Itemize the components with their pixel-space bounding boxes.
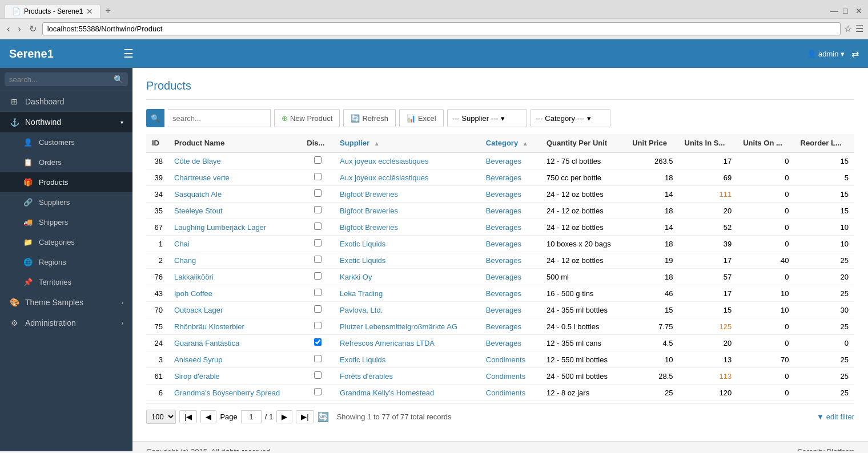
toolbar-search-input[interactable] <box>168 109 271 127</box>
discontinued-checkbox[interactable] <box>314 239 322 246</box>
discontinued-checkbox[interactable] <box>314 338 322 346</box>
back-button[interactable]: ‹ <box>5 23 12 35</box>
cell-units-in: 20 <box>679 335 738 351</box>
category-filter[interactable]: --- Category --- ▾ <box>531 109 610 127</box>
star-icon[interactable]: ☆ <box>844 23 852 34</box>
sidebar-item-dashboard[interactable]: ⊞ Dashboard <box>0 91 132 112</box>
close-button[interactable]: ✕ <box>855 7 863 15</box>
sidebar-item-regions[interactable]: 🌐 Regions <box>0 252 132 272</box>
cell-supplier: Exotic Liquids <box>334 351 480 368</box>
col-reorder-level[interactable]: Reorder L... <box>795 134 854 152</box>
cell-supplier: Forêts d'érables <box>334 368 480 385</box>
sidebar-item-northwind[interactable]: ⚓ Northwind ▾ <box>0 112 132 132</box>
cell-units-on: 10 <box>737 302 794 318</box>
cell-discontinued <box>301 318 334 335</box>
minimize-button[interactable]: — <box>830 7 838 15</box>
col-id[interactable]: ID <box>146 134 168 152</box>
sidebar-search-icon: 🔍 <box>114 75 123 84</box>
sidebar-search-box[interactable]: 🔍 <box>5 72 128 86</box>
supplier-filter[interactable]: --- Supplier --- ▾ <box>447 109 527 127</box>
cell-qty: 10 boxes x 20 bags <box>541 236 626 252</box>
discontinued-checkbox[interactable] <box>314 256 322 263</box>
cell-name: Steeleye Stout <box>168 203 301 219</box>
tab-close-button[interactable]: ✕ <box>86 7 93 16</box>
col-units-on-order[interactable]: Units On ... <box>737 134 794 152</box>
sidebar-item-categories[interactable]: 📁 Categories <box>0 232 132 252</box>
discontinued-checkbox[interactable] <box>314 289 322 296</box>
sidebar-item-products[interactable]: 🎁 Products <box>0 172 132 192</box>
cell-supplier: Leka Trading <box>334 285 480 302</box>
sidebar-item-territories[interactable]: 📌 Territories <box>0 272 132 292</box>
discontinued-checkbox[interactable] <box>314 223 322 230</box>
prev-page-button[interactable]: ◀ <box>200 410 216 423</box>
sidebar-item-customers[interactable]: 👤 Customers <box>0 132 132 152</box>
cell-discontinued <box>301 186 334 203</box>
discontinued-checkbox[interactable] <box>314 173 322 180</box>
last-page-button[interactable]: ▶| <box>296 410 314 423</box>
discontinued-checkbox[interactable] <box>314 189 322 197</box>
hamburger-icon[interactable]: ☰ <box>123 47 134 60</box>
col-quantity-per-unit[interactable]: Quantity Per Unit <box>541 134 626 152</box>
sidebar-item-theme-samples[interactable]: 🎨 Theme Samples › <box>0 292 132 313</box>
cell-discontinued <box>301 152 334 169</box>
col-product-name[interactable]: Product Name <box>168 134 301 152</box>
cell-qty: 24 - 0.5 l bottles <box>541 318 626 335</box>
edit-filter-button[interactable]: ▼ edit filter <box>817 412 854 421</box>
address-bar[interactable] <box>42 22 841 35</box>
cell-id: 75 <box>146 318 168 335</box>
cell-reorder: 5 <box>795 169 854 186</box>
maximize-button[interactable]: □ <box>843 7 851 15</box>
share-icon[interactable]: ⇄ <box>851 48 859 59</box>
sidebar-search-input[interactable] <box>9 75 114 84</box>
discontinued-checkbox[interactable] <box>314 206 322 213</box>
app-logo: Serene1 <box>9 47 123 60</box>
col-units-in-stock[interactable]: Units In S... <box>679 134 738 152</box>
page-number-input[interactable] <box>241 410 262 423</box>
discontinued-checkbox[interactable] <box>314 322 322 329</box>
cell-name: Chai <box>168 236 301 252</box>
cell-supplier: Aux joyeux ecclésiastiques <box>334 169 480 186</box>
page-size-select[interactable]: 100 25 50 250 <box>146 410 176 424</box>
col-unit-price[interactable]: Unit Price <box>626 134 678 152</box>
col-supplier[interactable]: Supplier ▲ <box>334 134 480 152</box>
cell-discontinued <box>301 368 334 385</box>
discontinued-checkbox[interactable] <box>314 355 322 362</box>
sidebar-item-shippers[interactable]: 🚚 Shippers <box>0 212 132 232</box>
excel-button[interactable]: 📊 Excel <box>399 109 444 127</box>
cell-reorder: 10 <box>795 219 854 236</box>
col-discontinued[interactable]: Dis... <box>301 134 334 152</box>
table-body: 38 Côte de Blaye Aux joyeux ecclésiastiq… <box>146 152 854 401</box>
new-tab-button[interactable]: + <box>101 3 115 18</box>
cell-id: 76 <box>146 269 168 285</box>
cell-name: Grandma's Boysenberry Spread <box>168 385 301 401</box>
discontinued-checkbox[interactable] <box>314 272 322 280</box>
cell-qty: 24 - 500 ml bottles <box>541 368 626 385</box>
next-page-button[interactable]: ▶ <box>276 410 292 423</box>
forward-button[interactable]: › <box>15 23 23 35</box>
sidebar-item-suppliers[interactable]: 🔗 Suppliers <box>0 192 132 212</box>
cell-reorder: 15 <box>795 152 854 169</box>
sidebar-item-orders[interactable]: 📋 Orders <box>0 152 132 172</box>
cell-units-in: 17 <box>679 252 738 269</box>
menu-icon[interactable]: ☰ <box>855 23 863 34</box>
new-product-button[interactable]: ⊕ New Product <box>274 109 340 127</box>
sidebar-products-label: Products <box>39 178 68 187</box>
reload-button[interactable]: ↻ <box>27 22 39 35</box>
cell-name: Aniseed Syrup <box>168 351 301 368</box>
cell-units-in: 125 <box>679 318 738 335</box>
first-page-button[interactable]: |◀ <box>179 410 197 423</box>
sidebar-item-administration[interactable]: ⚙ Administration › <box>0 313 132 333</box>
discontinued-checkbox[interactable] <box>314 371 322 379</box>
table-row: 38 Côte de Blaye Aux joyeux ecclésiastiq… <box>146 152 854 169</box>
cell-reorder: 15 <box>795 203 854 219</box>
theme-samples-icon: 🎨 <box>9 298 19 307</box>
browser-tab[interactable]: 📄 Products - Serene1 ✕ <box>5 4 101 18</box>
discontinued-checkbox[interactable] <box>314 388 322 395</box>
edit-filter-label[interactable]: edit filter <box>826 412 854 421</box>
discontinued-checkbox[interactable] <box>314 156 322 164</box>
refresh-pagination-icon[interactable]: 🔄 <box>318 411 329 422</box>
admin-menu-button[interactable]: 👤 admin ▾ <box>807 50 845 58</box>
discontinued-checkbox[interactable] <box>314 305 322 313</box>
col-category[interactable]: Category ▲ <box>480 134 541 152</box>
refresh-button[interactable]: 🔄 Refresh <box>343 109 396 127</box>
